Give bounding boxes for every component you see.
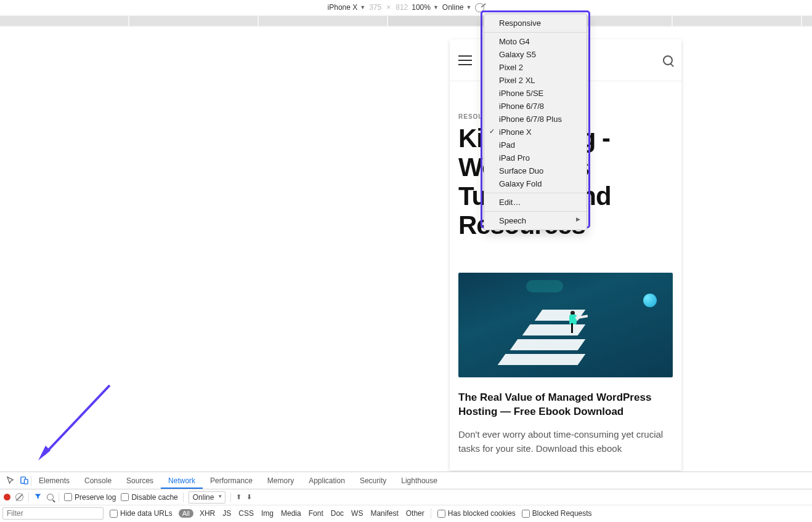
device-option[interactable]: Galaxy S5 bbox=[484, 48, 587, 61]
device-option[interactable]: Surface Duo bbox=[484, 164, 587, 177]
person-graphic bbox=[568, 311, 578, 334]
preserve-log-label: Preserve log bbox=[75, 493, 116, 502]
devtools-tab[interactable]: Console bbox=[77, 472, 119, 489]
throttle-value: Online bbox=[193, 493, 214, 502]
disable-cache-checkbox[interactable]: Disable cache bbox=[121, 493, 177, 502]
filter-type[interactable]: CSS bbox=[238, 509, 254, 518]
orb-graphic bbox=[643, 294, 657, 307]
filter-type[interactable]: Manifest bbox=[370, 509, 398, 518]
hero-image[interactable] bbox=[458, 273, 673, 377]
devtools-tab[interactable]: Application bbox=[301, 472, 352, 489]
device-option[interactable]: iPhone 6/7/8 Plus bbox=[484, 113, 587, 126]
clear-icon[interactable] bbox=[15, 493, 23, 501]
devtools-tab[interactable]: Lighthouse bbox=[394, 472, 445, 489]
breakpoint-ruler bbox=[0, 15, 812, 27]
search-icon[interactable] bbox=[663, 55, 673, 65]
device-option[interactable]: iPhone X bbox=[484, 126, 587, 139]
device-option[interactable]: Speech bbox=[484, 214, 587, 227]
hide-data-urls-label: Hide data URLs bbox=[120, 509, 173, 518]
device-option[interactable]: iPad bbox=[484, 139, 587, 151]
device-toolbar: iPhone X ▼ 375 × 812 100% ▼ Online ▼ bbox=[0, 1, 812, 14]
filter-type[interactable]: Font bbox=[309, 509, 323, 518]
zoom-label: 100% bbox=[412, 3, 431, 12]
article-excerpt: Don't ever worry about time-consuming ye… bbox=[458, 428, 673, 456]
devtools-tab[interactable]: Elements bbox=[31, 472, 77, 489]
zoom-select[interactable]: 100% ▼ bbox=[412, 3, 439, 12]
upload-icon[interactable]: ⬆ bbox=[236, 493, 242, 501]
chevron-down-icon: ▼ bbox=[466, 4, 472, 10]
blocked-cookies-label: Has blocked cookies bbox=[448, 509, 516, 518]
type-all-pill[interactable]: All bbox=[179, 509, 193, 518]
device-option[interactable]: iPad Pro bbox=[484, 151, 587, 164]
device-option[interactable]: Pixel 2 XL bbox=[484, 74, 587, 87]
blocked-requests-checkbox[interactable]: Blocked Requests bbox=[522, 509, 592, 518]
devtools-panel: ElementsConsoleSourcesNetworkPerformance… bbox=[0, 472, 812, 522]
throttle-select[interactable]: Online ▼ bbox=[442, 3, 472, 12]
devtools-tab[interactable]: Memory bbox=[260, 472, 301, 489]
filter-type[interactable]: Img bbox=[261, 509, 274, 518]
filter-type[interactable]: JS bbox=[222, 509, 231, 518]
device-option[interactable]: Edit… bbox=[484, 196, 587, 209]
preserve-log-checkbox[interactable]: Preserve log bbox=[64, 493, 116, 502]
svg-rect-3 bbox=[24, 480, 28, 484]
device-option[interactable]: Galaxy Fold bbox=[484, 177, 587, 190]
record-icon[interactable] bbox=[4, 494, 10, 500]
download-icon[interactable]: ⬇ bbox=[246, 493, 252, 501]
viewport-area: RESOURCES Kinsta Blog - WordPress Tutori… bbox=[0, 27, 812, 472]
viewport-width[interactable]: 375 bbox=[369, 3, 381, 12]
viewport-height[interactable]: 812 bbox=[396, 3, 408, 12]
cloud-graphic bbox=[526, 280, 563, 292]
blocked-requests-label: Blocked Requests bbox=[532, 509, 592, 518]
filter-type[interactable]: Doc bbox=[331, 509, 344, 518]
network-toolbar: Preserve log Disable cache Online ⬆ ⬇ bbox=[0, 489, 812, 505]
device-option[interactable]: Responsive bbox=[484, 17, 587, 30]
devtools-tab[interactable]: Security bbox=[352, 472, 394, 489]
devtools-tab[interactable]: Network bbox=[161, 472, 203, 489]
blocked-cookies-checkbox[interactable]: Has blocked cookies bbox=[437, 509, 516, 518]
article-title[interactable]: The Real Value of Managed WordPress Host… bbox=[458, 391, 673, 419]
dimension-separator: × bbox=[386, 3, 391, 12]
device-mode-icon[interactable] bbox=[17, 476, 31, 485]
network-filter-bar: Hide data URLs All XHRJSCSSImgMediaFontD… bbox=[0, 505, 812, 521]
chevron-down-icon: ▼ bbox=[360, 4, 365, 10]
device-option[interactable]: iPhone 6/7/8 bbox=[484, 100, 587, 113]
filter-icon[interactable] bbox=[34, 492, 42, 502]
search-icon[interactable] bbox=[47, 494, 54, 500]
hamburger-icon[interactable] bbox=[458, 55, 472, 65]
devtools-tab-bar: ElementsConsoleSourcesNetworkPerformance… bbox=[0, 472, 812, 489]
inspect-icon[interactable] bbox=[4, 476, 17, 485]
filter-type[interactable]: WS bbox=[351, 509, 363, 518]
device-option[interactable]: iPhone 5/SE bbox=[484, 87, 587, 100]
device-option[interactable]: Pixel 2 bbox=[484, 61, 587, 74]
throttle-label: Online bbox=[442, 3, 464, 12]
rotate-icon[interactable] bbox=[475, 3, 484, 12]
disable-cache-label: Disable cache bbox=[131, 493, 177, 502]
filter-type[interactable]: XHR bbox=[200, 509, 215, 518]
filter-input[interactable] bbox=[2, 507, 104, 520]
device-option[interactable]: Moto G4 bbox=[484, 35, 587, 48]
filter-type[interactable]: Media bbox=[281, 509, 301, 518]
hide-data-urls-checkbox[interactable]: Hide data URLs bbox=[110, 509, 173, 518]
chevron-down-icon: ▼ bbox=[433, 4, 439, 10]
device-dropdown[interactable]: ResponsiveMoto G4Galaxy S5Pixel 2Pixel 2… bbox=[484, 14, 587, 230]
filter-type[interactable]: Other bbox=[406, 509, 424, 518]
throttle-select[interactable]: Online bbox=[189, 491, 226, 504]
device-select[interactable]: iPhone X ▼ bbox=[328, 3, 366, 12]
devtools-tab[interactable]: Performance bbox=[203, 472, 260, 489]
device-label: iPhone X bbox=[328, 3, 358, 12]
devtools-tab[interactable]: Sources bbox=[119, 472, 161, 489]
